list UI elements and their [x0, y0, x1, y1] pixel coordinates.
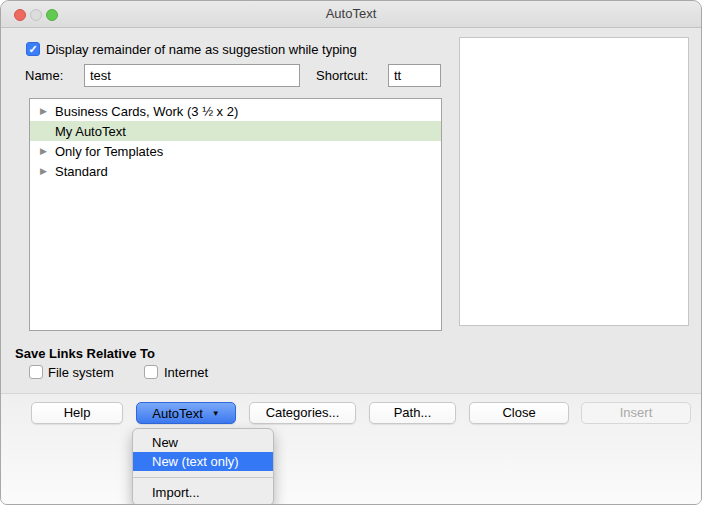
internet-label[interactable]: Internet — [164, 365, 208, 380]
shortcut-input[interactable] — [388, 64, 441, 87]
help-button[interactable]: Help — [31, 402, 123, 424]
tree-item-label: Standard — [55, 164, 108, 179]
file-system-label[interactable]: File system — [48, 365, 114, 380]
autotext-dropdown-menu: New New (text only) Import... — [132, 428, 274, 505]
tree-item-only-for-templates[interactable]: ▶ Only for Templates — [30, 141, 441, 161]
autotext-category-list: ▶ Business Cards, Work (3 ½ x 2) My Auto… — [29, 98, 442, 331]
tree-item-label: My AutoText — [55, 124, 126, 139]
categories-button[interactable]: Categories... — [249, 402, 356, 424]
expand-arrow-icon[interactable]: ▶ — [40, 146, 55, 156]
tree-item-label: Business Cards, Work (3 ½ x 2) — [55, 104, 238, 119]
tree-item-label: Only for Templates — [55, 144, 163, 159]
menu-item-new[interactable]: New — [133, 433, 273, 452]
autotext-button-label: AutoText — [152, 406, 203, 421]
tree-item-standard[interactable]: ▶ Standard — [30, 161, 441, 181]
name-input[interactable] — [84, 64, 300, 87]
file-system-checkbox[interactable] — [29, 365, 43, 379]
insert-button: Insert — [581, 402, 691, 424]
autotext-menu-button[interactable]: AutoText ▼ — [136, 402, 236, 424]
suggestion-checkbox-label[interactable]: Display remainder of name as suggestion … — [46, 42, 357, 57]
internet-checkbox[interactable] — [144, 365, 158, 379]
expand-arrow-icon[interactable]: ▶ — [40, 106, 55, 116]
name-label: Name: — [25, 68, 63, 83]
title-bar: AutoText — [1, 1, 701, 28]
shortcut-label: Shortcut: — [316, 68, 368, 83]
autotext-dialog: AutoText ✓ Display remainder of name as … — [0, 0, 702, 505]
suggestion-checkbox[interactable]: ✓ — [26, 42, 40, 56]
tree-item-business-cards[interactable]: ▶ Business Cards, Work (3 ½ x 2) — [30, 101, 441, 121]
menu-item-import[interactable]: Import... — [133, 483, 273, 502]
window-title: AutoText — [1, 6, 701, 21]
check-icon: ✓ — [28, 43, 37, 55]
menu-separator — [133, 477, 273, 478]
menu-item-new-text-only[interactable]: New (text only) — [133, 452, 273, 471]
close-button[interactable]: Close — [469, 402, 569, 424]
save-links-heading: Save Links Relative To — [15, 346, 155, 361]
tree-item-my-autotext[interactable]: My AutoText — [30, 121, 441, 141]
path-button[interactable]: Path... — [369, 402, 456, 424]
preview-pane — [459, 37, 689, 326]
expand-arrow-icon[interactable]: ▶ — [40, 166, 55, 176]
dropdown-arrow-icon: ▼ — [212, 409, 220, 418]
